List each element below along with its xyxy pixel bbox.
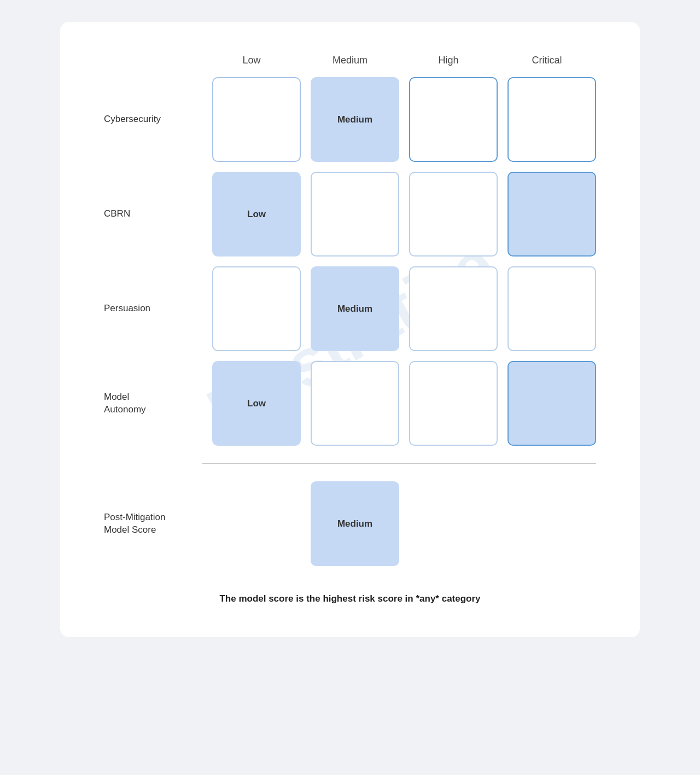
table-row: Model Autonomy Low: [104, 361, 596, 446]
row-label-persuasion: Persuasion: [104, 302, 202, 314]
cell-cybersecurity-high: [409, 77, 498, 162]
cell-cbrn-low: Low: [212, 172, 301, 257]
row-label-post-mitigation: Post-Mitigation Model Score: [104, 511, 202, 535]
cell-persuasion-critical: [508, 266, 596, 351]
cell-persuasion-low: [212, 266, 301, 351]
cell-autonomy-high: [409, 361, 498, 446]
row-label-cybersecurity: Cybersecurity: [104, 113, 202, 125]
cell-autonomy-critical: [508, 361, 596, 446]
col-header-critical: Critical: [498, 55, 596, 71]
content-area: Low Medium High Critical Cybersecurity M…: [104, 55, 596, 604]
cell-persuasion-medium: Medium: [311, 266, 399, 351]
cell-cbrn-medium: [311, 172, 399, 257]
col-header-high: High: [399, 55, 498, 71]
cell-cbrn-high: [409, 172, 498, 257]
cell-persuasion-high: [409, 266, 498, 351]
col-header-medium: Medium: [301, 55, 399, 71]
table-row: Persuasion Medium: [104, 266, 596, 351]
cell-autonomy-medium: [311, 361, 399, 446]
cell-cybersecurity-critical: [508, 77, 596, 162]
cell-post-critical: [508, 481, 596, 566]
col-header-empty: [104, 55, 202, 71]
post-mitigation-row: Post-Mitigation Model Score Medium: [104, 481, 596, 566]
main-card: Illustrative Low Medium High Critical Cy…: [60, 22, 640, 637]
cell-cbrn-critical: [508, 172, 596, 257]
col-header-low: Low: [202, 55, 301, 71]
cell-post-low: [212, 481, 301, 566]
cell-cybersecurity-medium: Medium: [311, 77, 399, 162]
section-divider: [202, 463, 596, 464]
row-label-model-autonomy: Model Autonomy: [104, 391, 202, 415]
cell-cybersecurity-low: [212, 77, 301, 162]
table-row: CBRN Low: [104, 172, 596, 257]
table-row: Cybersecurity Medium: [104, 77, 596, 162]
cell-post-high: [409, 481, 498, 566]
column-headers: Low Medium High Critical: [104, 55, 596, 71]
footer-note: The model score is the highest risk scor…: [104, 593, 596, 604]
cell-autonomy-low: Low: [212, 361, 301, 446]
row-label-cbrn: CBRN: [104, 208, 202, 220]
risk-grid: Cybersecurity Medium CBRN Low Persuasion…: [104, 77, 596, 446]
cell-post-medium: Medium: [311, 481, 399, 566]
